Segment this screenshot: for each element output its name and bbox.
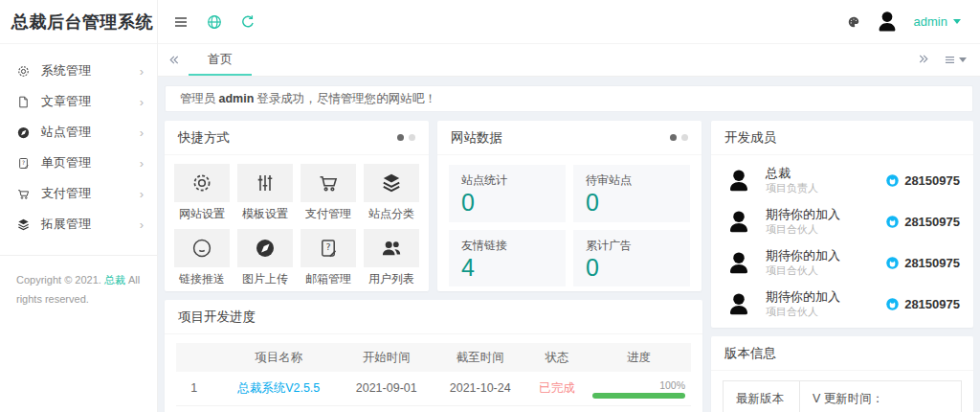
avatar	[724, 288, 753, 321]
copyright-brand: 总裁	[104, 274, 125, 286]
project-link[interactable]: 总裁系统V2.5.5	[237, 381, 320, 395]
user-menu[interactable]: admin	[914, 14, 961, 29]
card-title: 开发成员	[724, 129, 776, 147]
topbar: admin	[158, 0, 980, 44]
progress-bar	[592, 393, 685, 399]
double-chevron-left-icon	[167, 54, 180, 66]
status-badge: 已完成	[539, 381, 575, 395]
member-qq: 28150975	[885, 215, 960, 229]
stat-total-ads: 累计广告 0	[573, 230, 690, 287]
sidebar-item-site[interactable]: 站点管理 ›	[0, 117, 157, 148]
shortcut-payment[interactable]: 支付管理	[301, 164, 356, 222]
shortcut-website-settings[interactable]: 网站设置	[174, 164, 230, 222]
shortcut-template-settings[interactable]: 模板设置	[237, 164, 293, 222]
theme-button[interactable]	[847, 15, 860, 29]
sidebar-item-page[interactable]: 单页管理 ›	[0, 148, 157, 178]
member-row: 总裁 项目负责人 28150975	[724, 160, 960, 201]
stat-label: 待审站点	[586, 172, 678, 189]
chevron-right-icon: ›	[140, 126, 144, 140]
shortcut-link-push[interactable]: 链接推送	[174, 229, 230, 287]
sidebar-item-article[interactable]: 文章管理 ›	[0, 86, 157, 117]
dev-members-card: 开发成员 总裁 项目负责人 2815	[711, 121, 973, 328]
col-start-date: 开始时间	[340, 343, 434, 372]
chevron-right-icon: ›	[140, 187, 144, 201]
alert-prefix: 管理员	[180, 91, 216, 107]
tab-bar: 首页	[158, 44, 980, 77]
stat-pending-sites: 待审站点 0	[573, 165, 690, 222]
sidebar-item-extend[interactable]: 拓展管理 ›	[0, 209, 157, 240]
tab-home[interactable]: 首页	[189, 44, 252, 76]
avatar	[724, 247, 753, 280]
member-role: 项目合伙人	[766, 263, 885, 277]
gear-icon	[190, 172, 213, 195]
site-stats-card-header: 网站数据	[437, 121, 702, 155]
col-progress: 进度	[587, 343, 691, 372]
shortcuts-card-header: 快捷方式	[165, 121, 429, 155]
stat-value: 0	[586, 255, 678, 282]
page-question-icon	[317, 237, 340, 260]
chevron-right-icon: ›	[140, 156, 144, 171]
file-icon	[16, 95, 31, 109]
chevron-right-icon: ›	[140, 217, 144, 232]
collapse-menu-button[interactable]	[172, 13, 189, 31]
card-title: 快捷方式	[178, 129, 230, 147]
sidebar-item-label: 站点管理	[41, 124, 91, 141]
refresh-button[interactable]	[239, 13, 256, 31]
member-name: 总裁	[766, 166, 885, 181]
refresh-icon	[239, 13, 256, 31]
shortcut-user-list[interactable]: 用户列表	[364, 229, 419, 287]
shortcut-mail-management[interactable]: 邮箱管理	[301, 229, 356, 287]
stat-label: 累计广告	[586, 238, 678, 254]
row-index: 1	[176, 372, 212, 405]
tabs-options-button[interactable]	[944, 54, 967, 66]
topbar-right: admin	[847, 7, 961, 37]
sidebar-item-label: 系统管理	[41, 62, 91, 80]
qq-number: 28150975	[904, 297, 960, 311]
palette-icon	[847, 15, 860, 29]
carousel-dot-active[interactable]	[670, 134, 677, 141]
shortcut-label: 邮箱管理	[301, 271, 356, 287]
site-stats-card: 网站数据 站点统计 0	[437, 121, 702, 291]
alert-username: admin	[219, 92, 255, 105]
chevron-down-icon	[959, 57, 967, 62]
sidebar-item-label: 支付管理	[41, 185, 91, 202]
tabs-scroll-left-button[interactable]	[158, 44, 189, 76]
avatar[interactable]	[874, 7, 901, 37]
layers-icon	[380, 172, 403, 195]
cart-icon	[317, 172, 340, 195]
carousel-dot-active[interactable]	[397, 134, 404, 141]
sidebar-nav: 系统管理 › 文章管理 › 站点管理 › 单页管理 › 支付管理 ›	[0, 44, 157, 240]
qq-icon	[885, 215, 900, 229]
stat-friend-links: 友情链接 4	[449, 230, 566, 287]
gear-icon	[16, 64, 31, 79]
shortcut-image-upload[interactable]: 图片上传	[237, 229, 293, 287]
member-row: 期待你的加入 项目合伙人 28150975	[724, 201, 960, 242]
qq-number: 28150975	[904, 256, 960, 270]
project-progress-header: 项目开发进度	[165, 300, 702, 334]
card-title: 版本信息	[724, 345, 776, 362]
sidebar-item-pay[interactable]: 支付管理 ›	[0, 178, 157, 209]
topbar-left	[172, 13, 256, 31]
home-site-button[interactable]	[206, 13, 223, 31]
shortcut-site-category[interactable]: 站点分类	[364, 164, 419, 222]
shortcuts-card: 快捷方式 网站设置	[165, 121, 429, 291]
version-row-label: 最新版本	[724, 381, 800, 412]
username-label: admin	[914, 14, 947, 29]
copyright-text: Copyright © 2021. 总裁 All rights reserved…	[0, 256, 157, 325]
stat-value: 0	[461, 190, 553, 217]
table-row: 2 总裁系统V2.5.0 2021-07-01 2021-09-01 已完成 1…	[176, 405, 691, 412]
content: 管理员 admin 登录成功，尽情管理您的网站吧！ 快捷方式	[158, 77, 980, 412]
carousel-dot[interactable]	[681, 134, 688, 141]
smiley-icon	[190, 237, 213, 260]
progress-cell: 100%	[587, 378, 691, 399]
member-qq: 28150975	[885, 256, 960, 270]
shortcut-label: 链接推送	[174, 271, 230, 287]
carousel-dots	[670, 134, 688, 141]
carousel-dot[interactable]	[409, 134, 415, 141]
version-info-header: 版本信息	[711, 336, 973, 371]
member-row: 期待你的加入 项目合伙人 28150975	[724, 284, 960, 325]
sidebar-item-system[interactable]: 系统管理 ›	[0, 56, 157, 86]
tabs-scroll-right-button[interactable]	[918, 52, 930, 69]
member-role: 项目合伙人	[766, 305, 885, 318]
project-progress-card: 项目开发进度 项目名称 开始时间 截至时间	[165, 300, 702, 412]
